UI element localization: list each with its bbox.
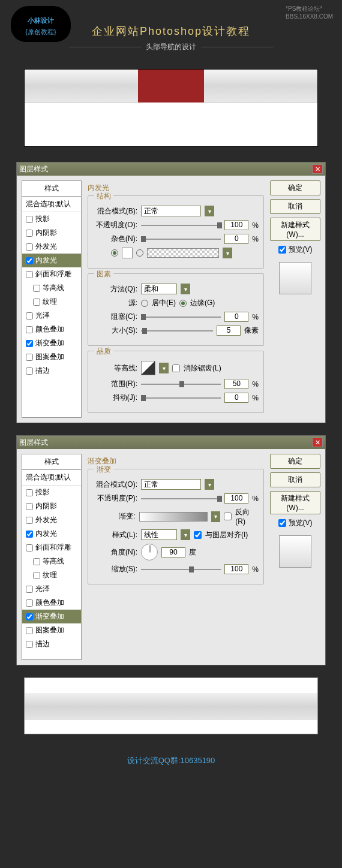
- titlebar[interactable]: 图层样式 ✕: [17, 162, 325, 176]
- style-checkbox[interactable]: [33, 572, 40, 579]
- style-checkbox[interactable]: [26, 367, 33, 375]
- style-item[interactable]: 投影: [22, 212, 81, 226]
- style-item[interactable]: 颜色叠加: [22, 323, 81, 336]
- ok-button[interactable]: 确定: [270, 180, 320, 195]
- chevron-down-icon[interactable]: ▾: [211, 511, 220, 522]
- blend-options[interactable]: 混合选项:默认: [22, 197, 81, 212]
- blend-options[interactable]: 混合选项:默认: [22, 470, 81, 486]
- style-item[interactable]: 光泽: [22, 309, 81, 323]
- style-item[interactable]: 投影: [22, 486, 81, 499]
- style-item[interactable]: 内发光: [22, 254, 81, 267]
- angle-input[interactable]: 90: [161, 547, 185, 557]
- close-icon[interactable]: ✕: [312, 438, 323, 447]
- chevron-down-icon[interactable]: ▾: [205, 479, 214, 490]
- style-checkbox[interactable]: [26, 517, 33, 524]
- style-checkbox[interactable]: [26, 627, 33, 634]
- jitter-input[interactable]: 0: [224, 393, 248, 403]
- style-checkbox[interactable]: [26, 531, 33, 538]
- close-icon[interactable]: ✕: [312, 164, 323, 174]
- range-slider[interactable]: [141, 380, 221, 388]
- blend-mode-select[interactable]: 正常: [141, 206, 201, 216]
- style-item[interactable]: 等高线: [22, 554, 81, 568]
- style-checkbox[interactable]: [26, 489, 33, 496]
- chevron-down-icon[interactable]: ▾: [159, 363, 169, 373]
- style-checkbox[interactable]: [26, 312, 33, 320]
- style-item[interactable]: 光泽: [22, 582, 81, 596]
- style-item[interactable]: 纹理: [22, 295, 81, 309]
- preview-check[interactable]: 预览(V): [270, 245, 320, 255]
- ok-button[interactable]: 确定: [270, 454, 320, 469]
- style-checkbox[interactable]: [26, 326, 33, 333]
- size-input[interactable]: 5: [217, 326, 241, 336]
- align-checkbox[interactable]: [194, 531, 202, 539]
- style-item[interactable]: 外发光: [22, 513, 81, 527]
- cancel-button[interactable]: 取消: [270, 472, 320, 487]
- chevron-down-icon[interactable]: ▾: [181, 529, 190, 540]
- style-item[interactable]: 渐变叠加: [22, 336, 81, 350]
- style-item[interactable]: 图案叠加: [22, 623, 81, 637]
- style-item[interactable]: 图案叠加: [22, 350, 81, 364]
- preview-check[interactable]: 预览(V): [270, 518, 320, 528]
- style-checkbox[interactable]: [26, 340, 33, 347]
- opacity-input[interactable]: 100: [224, 220, 248, 230]
- style-checkbox[interactable]: [26, 216, 33, 223]
- style-checkbox[interactable]: [26, 230, 33, 237]
- contour-picker[interactable]: [141, 361, 155, 375]
- style-checkbox[interactable]: [33, 558, 40, 565]
- style-checkbox[interactable]: [26, 613, 33, 620]
- style-checkbox[interactable]: [33, 299, 40, 306]
- cancel-button[interactable]: 取消: [270, 199, 320, 214]
- gradient-picker[interactable]: [139, 512, 208, 522]
- style-item[interactable]: 渐变叠加: [22, 610, 81, 623]
- style-item[interactable]: 等高线: [22, 281, 81, 295]
- reverse-checkbox[interactable]: [224, 513, 232, 520]
- style-item[interactable]: 描边: [22, 364, 81, 378]
- titlebar[interactable]: 图层样式 ✕: [17, 436, 325, 449]
- antialias-checkbox[interactable]: [172, 364, 180, 372]
- jitter-slider[interactable]: [141, 394, 221, 402]
- style-checkbox[interactable]: [26, 257, 33, 264]
- style-checkbox[interactable]: [26, 586, 33, 593]
- new-style-button[interactable]: 新建样式(W)...: [270, 491, 320, 514]
- technique-select[interactable]: 柔和: [141, 284, 177, 294]
- style-checkbox[interactable]: [26, 503, 33, 510]
- new-style-button[interactable]: 新建样式(W)...: [270, 218, 320, 241]
- style-checkbox[interactable]: [26, 354, 33, 361]
- style-checkbox[interactable]: [26, 641, 33, 648]
- noise-slider[interactable]: [141, 235, 221, 243]
- choke-slider[interactable]: [141, 313, 221, 321]
- choke-input[interactable]: 0: [224, 312, 248, 322]
- chevron-down-icon[interactable]: ▾: [223, 248, 232, 258]
- color-swatch[interactable]: [122, 248, 133, 258]
- source-edge-radio[interactable]: [179, 300, 187, 307]
- style-item[interactable]: 外发光: [22, 240, 81, 254]
- style-item[interactable]: 内阴影: [22, 226, 81, 240]
- style-item[interactable]: 描边: [22, 637, 81, 651]
- scale-input[interactable]: 100: [224, 564, 248, 574]
- style-checkbox[interactable]: [26, 599, 33, 607]
- size-slider[interactable]: [141, 327, 213, 335]
- chevron-down-icon[interactable]: ▾: [181, 284, 190, 294]
- color-radio[interactable]: [111, 249, 118, 257]
- opacity-input[interactable]: 100: [224, 493, 248, 504]
- opacity-slider[interactable]: [141, 495, 221, 503]
- style-select[interactable]: 线性: [141, 529, 177, 540]
- gradient-picker[interactable]: [147, 248, 219, 258]
- angle-widget[interactable]: [141, 544, 158, 560]
- style-checkbox[interactable]: [26, 271, 33, 278]
- style-item[interactable]: 斜面和浮雕: [22, 541, 81, 554]
- style-item[interactable]: 纹理: [22, 568, 81, 582]
- range-input[interactable]: 50: [224, 379, 248, 389]
- blend-mode-select[interactable]: 正常: [141, 479, 201, 490]
- style-item[interactable]: 内发光: [22, 527, 81, 541]
- style-item[interactable]: 内阴影: [22, 499, 81, 513]
- source-center-radio[interactable]: [141, 300, 148, 307]
- noise-input[interactable]: 0: [224, 234, 248, 244]
- opacity-slider[interactable]: [141, 221, 221, 230]
- style-checkbox[interactable]: [33, 285, 40, 292]
- gradient-radio[interactable]: [136, 249, 143, 257]
- style-item[interactable]: 颜色叠加: [22, 596, 81, 610]
- style-checkbox[interactable]: [26, 243, 33, 251]
- scale-slider[interactable]: [141, 565, 221, 574]
- style-checkbox[interactable]: [26, 544, 33, 551]
